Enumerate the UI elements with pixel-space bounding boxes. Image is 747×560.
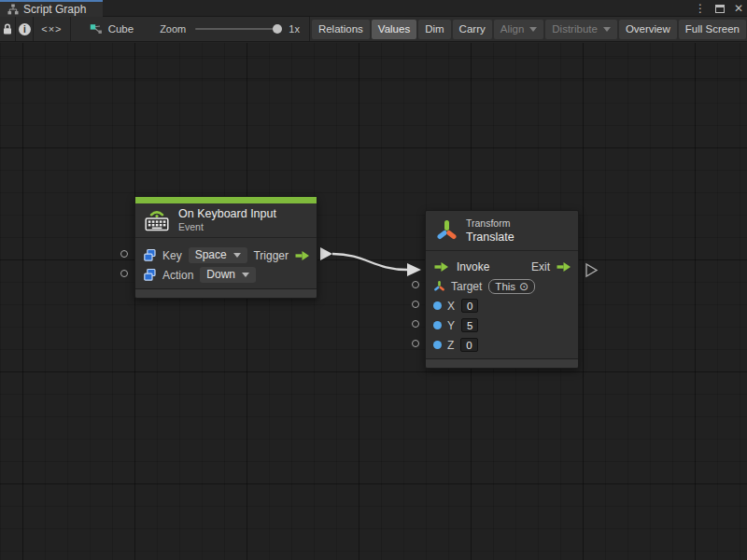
target-label: Cube [108,23,134,35]
node-title: On Keyboard Input [178,207,276,220]
key-row: Key Space Trigger [135,245,317,265]
z-value-field[interactable]: 0 [460,338,477,352]
node-on-keyboard-input[interactable]: On Keyboard Input Event Key Space [134,196,317,299]
invoke-input-port-icon[interactable] [433,261,449,273]
action-input-port[interactable] [120,270,128,277]
target-row: Target This ⊙ [426,276,578,296]
zoom-slider[interactable] [195,28,281,30]
chevron-down-icon [603,27,611,32]
connection-wire [0,43,747,560]
distribute-dropdown-button[interactable]: Distribute [545,20,617,39]
chevron-down-icon [233,253,241,258]
info-icon: i [19,23,31,35]
x-value-field[interactable]: 0 [461,299,478,313]
value-port-icon [433,321,442,329]
action-dropdown[interactable]: Down [200,267,256,283]
zoom-value: 1x [289,23,300,35]
target-input-port[interactable] [412,281,419,288]
key-label: Key [162,249,182,262]
script-graph-window: Script Graph ⋮ ✕ i <×> [0,0,747,560]
chevron-down-icon [529,27,537,32]
value-port-icon [433,341,442,349]
tab-title: Script Graph [23,3,86,16]
target-picker-icon: ⊙ [519,280,529,293]
toolbar-buttons: Relations Values Dim Carry Align Distrib… [310,17,747,41]
node-header: On Keyboard Input Event [135,203,317,238]
maximize-button[interactable] [715,5,725,13]
view-code-button[interactable]: <×> [34,17,70,41]
node-body: Key Space Trigger [135,238,317,288]
node-footer [135,288,317,298]
x-input-port[interactable] [412,301,419,308]
code-icon: <×> [41,23,62,35]
z-label: Z [447,339,454,352]
exit-output-port-icon[interactable] [556,261,571,273]
trigger-output-port-icon[interactable] [294,250,310,261]
node-subtitle: Event [178,221,276,232]
invoke-row: Invoke Exit [426,257,578,276]
exit-label: Exit [531,260,550,273]
window-menu-button[interactable]: ⋮ [695,0,706,17]
value-input-icon [143,268,157,282]
action-label: Action [162,269,193,282]
window-controls: ⋮ ✕ [695,0,743,17]
z-row: Z 0 [426,335,578,355]
overview-button[interactable]: Overview [619,20,677,39]
invoke-label: Invoke [457,260,489,273]
chevron-down-icon [242,273,249,277]
node-body: Invoke Exit [426,251,578,358]
zoom-label: Zoom [160,23,186,35]
transform-gizmo-icon [435,218,458,243]
event-accent-bar [135,197,317,203]
relations-button[interactable]: Relations [312,20,370,39]
target-label: Target [451,280,482,293]
action-row: Action Down [135,265,317,285]
lock-button[interactable] [0,17,16,41]
graph-hierarchy-icon [7,4,19,15]
y-row: Y 5 [426,315,578,335]
trigger-label: Trigger [253,249,289,262]
x-row: X 0 [426,296,578,315]
node-footer [426,358,578,368]
info-button[interactable]: i [16,17,34,41]
keyboard-icon [143,207,171,232]
y-value-field[interactable]: 5 [461,318,478,332]
full-screen-button[interactable]: Full Screen [679,20,746,39]
node-transform-translate[interactable]: Transform Translate Invoke Exit [425,210,579,369]
node-category: Transform [466,217,514,229]
value-port-icon [433,301,442,310]
align-dropdown-button[interactable]: Align [494,20,544,39]
z-input-port[interactable] [412,340,419,347]
y-input-port[interactable] [412,320,419,328]
zoom-slider-handle[interactable] [273,24,282,34]
lock-icon [2,22,13,35]
graph-canvas[interactable]: On Keyboard Input Event Key Space [0,43,747,560]
key-input-port[interactable] [120,250,128,258]
x-label: X [447,300,455,313]
wire-end-arrow-icon [407,263,421,276]
script-graph-asset-icon [90,23,103,35]
tab-script-graph[interactable]: Script Graph [0,0,103,17]
target-object-button[interactable]: This ⊙ [488,279,535,294]
node-title: Translate [466,231,514,244]
dim-button[interactable]: Dim [418,20,450,39]
y-label: Y [447,319,455,332]
key-dropdown[interactable]: Space [189,247,247,263]
value-input-icon [143,248,157,262]
wire-start-arrow-icon [320,247,332,260]
exit-port-triangle-icon [586,264,597,276]
zoom-control: Zoom 1x [160,17,310,41]
graph-toolbar: i <×> Cube Zoom 1x Relations Values [0,17,747,42]
transform-mini-icon [433,280,445,293]
title-bar: Script Graph ⋮ ✕ [0,0,747,17]
carry-button[interactable]: Carry [453,20,492,39]
close-button[interactable]: ✕ [734,0,743,17]
values-button[interactable]: Values [372,20,416,39]
node-header: Transform Translate [426,211,578,251]
target-indicator[interactable]: Cube [90,17,148,41]
